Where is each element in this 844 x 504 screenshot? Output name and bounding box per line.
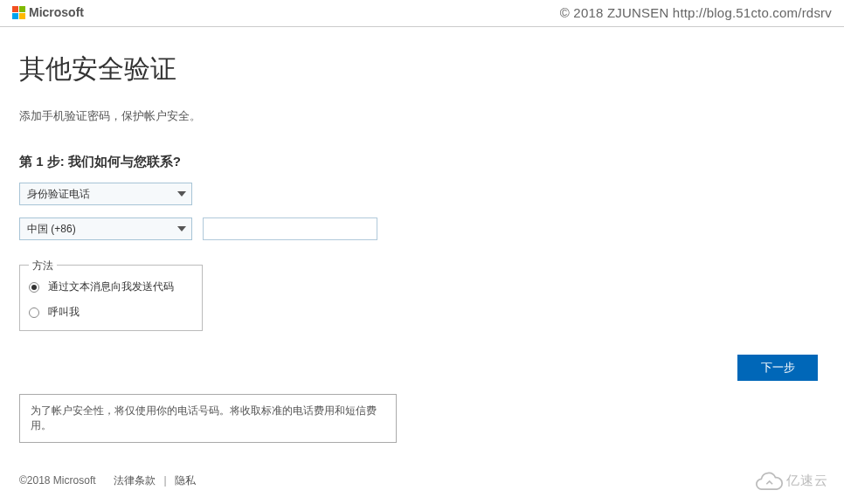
watermark-text: © 2018 ZJUNSEN http://blog.51cto.com/rds… [560,5,832,20]
footer-privacy-link[interactable]: 隐私 [175,474,196,487]
fieldset-legend: 方法 [29,259,57,273]
step-heading: 第 1 步: 我们如何与您联系? [19,154,844,170]
microsoft-grid-icon [12,6,25,19]
footer-legal-link[interactable]: 法律条款 [114,474,156,487]
phone-number-input[interactable] [203,217,377,240]
radio-icon [29,282,39,293]
cloud-icon [753,471,783,490]
chevron-down-icon [177,191,186,197]
brand-name: Microsoft [29,5,84,19]
radio-option-sms[interactable]: 通过文本消息向我发送代码 [29,273,193,298]
page-title: 其他安全验证 [19,52,844,87]
security-note: 为了帐户安全性，将仅使用你的电话号码。将收取标准的电话费用和短信费用。 [19,394,397,443]
radio-call-label: 呼叫我 [48,305,80,320]
provider-badge-text: 亿速云 [786,473,828,489]
provider-badge: 亿速云 [753,471,828,490]
chevron-down-icon [177,226,186,231]
verification-method-value: 身份验证电话 [27,188,90,200]
page-subtitle: 添加手机验证密码，保护帐户安全。 [19,108,844,124]
radio-icon [29,307,39,318]
method-fieldset: 方法 通过文本消息向我发送代码 呼叫我 [19,265,203,331]
radio-option-call[interactable]: 呼叫我 [29,298,193,320]
radio-sms-label: 通过文本消息向我发送代码 [48,280,174,294]
footer-separator: | [164,474,167,487]
verification-method-select[interactable]: 身份验证电话 [19,183,192,205]
country-code-select[interactable]: 中国 (+86) [19,217,192,240]
footer-copyright: ©2018 Microsoft [19,474,96,487]
footer: ©2018 Microsoft 法律条款 | 隐私 [19,473,196,488]
country-code-value: 中国 (+86) [27,223,76,235]
microsoft-logo: Microsoft [12,5,84,19]
next-button[interactable]: 下一步 [737,355,818,381]
